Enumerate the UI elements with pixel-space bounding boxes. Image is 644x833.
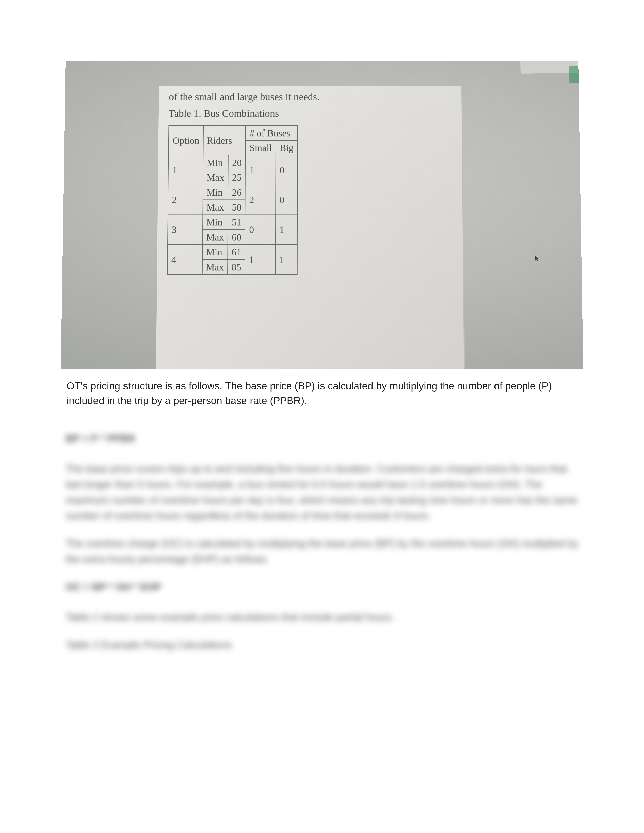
cell-option: 4 (167, 244, 202, 275)
locked-paragraph-2: The overtime charge (OC) is calculated b… (66, 536, 578, 567)
cell-min-val: 61 (228, 244, 245, 259)
col-small: Small (245, 140, 276, 155)
cell-max-val: 85 (227, 259, 245, 274)
cursor-icon (533, 254, 541, 264)
cell-min-label: Min (203, 185, 228, 200)
cell-min-val: 51 (228, 215, 245, 230)
cell-min-label: Min (203, 215, 228, 230)
cell-option: 1 (168, 155, 203, 185)
cell-small: 2 (245, 185, 275, 215)
table-row: 2 Min 26 2 0 (168, 185, 297, 200)
cell-option: 3 (168, 215, 203, 244)
cell-big: 0 (275, 185, 297, 215)
cell-min-val: 20 (228, 155, 246, 170)
cell-option: 2 (168, 185, 203, 215)
col-buses-group: # of Buses (246, 126, 298, 140)
cell-small: 0 (245, 215, 275, 244)
table-row: 4 Min 61 1 1 (167, 244, 297, 259)
cell-big: 0 (275, 155, 297, 185)
photographed-document: of the small and large buses it needs. T… (156, 86, 465, 369)
lead-in-text: of the small and large buses it needs. (169, 91, 452, 103)
cell-max-label: Max (202, 230, 228, 244)
pricing-paragraph: OT's pricing structure is as follows. Th… (66, 379, 578, 408)
cell-big: 1 (275, 215, 297, 244)
table-row: 1 Min 20 1 0 (169, 155, 297, 170)
cell-max-val: 60 (228, 230, 245, 244)
table-caption: Table 1. Bus Combinations (169, 107, 452, 119)
cell-max-val: 25 (228, 170, 245, 185)
cell-max-label: Max (202, 259, 227, 274)
cell-big: 1 (275, 244, 297, 275)
cell-min-label: Min (202, 244, 228, 259)
locked-content: BP = P * PPBR The base price covers trip… (66, 431, 578, 653)
table-row: 3 Min 51 0 1 (168, 215, 297, 230)
window-ribbon-accent (569, 66, 580, 83)
cell-max-label: Max (203, 199, 228, 215)
document-page: of the small and large buses it needs. T… (0, 0, 644, 653)
embedded-photo: of the small and large buses it needs. T… (61, 61, 583, 369)
locked-line-4: Table 2 Example Pricing Calculations (66, 637, 578, 653)
cell-min-val: 26 (228, 185, 245, 200)
cell-small: 1 (245, 155, 276, 185)
table-header-row-1: Option Riders # of Buses (169, 126, 297, 140)
locked-paragraph-1: The base price covers trips up to and in… (66, 461, 578, 524)
locked-formula-2: OC = BP * OH * EHP (66, 579, 578, 595)
bus-combinations-table: Option Riders # of Buses Small Big 1 Min… (167, 125, 298, 275)
col-riders: Riders (203, 126, 246, 155)
locked-line-3: Table 2 shows some example price calcula… (66, 609, 578, 625)
locked-formula-1: BP = P * PPBR (66, 431, 578, 446)
cell-max-label: Max (203, 170, 228, 185)
cell-min-label: Min (203, 155, 228, 170)
col-big: Big (276, 140, 298, 155)
cell-small: 1 (245, 244, 275, 275)
cell-max-val: 50 (228, 199, 245, 215)
col-option: Option (169, 126, 203, 155)
